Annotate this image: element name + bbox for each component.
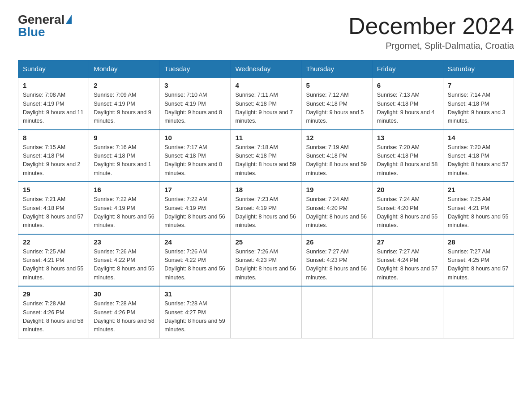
col-sunday: Sunday	[18, 60, 89, 78]
day-number: 9	[94, 134, 155, 141]
calendar-cell: 22 Sunrise: 7:25 AMSunset: 4:21 PMDaylig…	[18, 234, 89, 287]
col-tuesday: Tuesday	[160, 60, 231, 78]
day-number: 18	[235, 186, 296, 193]
logo-blue-text: Blue	[18, 26, 45, 39]
calendar-cell: 18 Sunrise: 7:23 AMSunset: 4:19 PMDaylig…	[231, 182, 301, 234]
day-info: Sunrise: 7:28 AMSunset: 4:27 PMDaylight:…	[164, 300, 225, 333]
col-wednesday: Wednesday	[231, 60, 301, 78]
calendar-cell: 6 Sunrise: 7:13 AMSunset: 4:18 PMDayligh…	[372, 77, 443, 130]
calendar-cell: 21 Sunrise: 7:25 AMSunset: 4:21 PMDaylig…	[443, 182, 514, 234]
calendar-cell: 11 Sunrise: 7:18 AMSunset: 4:18 PMDaylig…	[231, 130, 301, 182]
day-number: 21	[448, 186, 509, 193]
day-number: 11	[235, 134, 296, 141]
day-info: Sunrise: 7:26 AMSunset: 4:22 PMDaylight:…	[94, 248, 154, 281]
day-info: Sunrise: 7:25 AMSunset: 4:21 PMDaylight:…	[448, 196, 509, 228]
day-number: 25	[235, 238, 296, 246]
day-number: 6	[377, 81, 438, 89]
calendar-cell: 1 Sunrise: 7:08 AMSunset: 4:19 PMDayligh…	[18, 77, 89, 130]
day-info: Sunrise: 7:22 AMSunset: 4:19 PMDaylight:…	[164, 196, 225, 228]
day-number: 15	[23, 186, 84, 193]
day-info: Sunrise: 7:27 AMSunset: 4:23 PMDaylight:…	[306, 248, 367, 281]
calendar-cell: 20 Sunrise: 7:24 AMSunset: 4:20 PMDaylig…	[372, 182, 443, 234]
day-number: 2	[94, 81, 155, 89]
calendar-cell: 8 Sunrise: 7:15 AMSunset: 4:18 PMDayligh…	[18, 130, 89, 182]
day-info: Sunrise: 7:08 AMSunset: 4:19 PMDaylight:…	[23, 92, 84, 124]
day-info: Sunrise: 7:27 AMSunset: 4:25 PMDaylight:…	[448, 248, 509, 281]
calendar-cell: 12 Sunrise: 7:19 AMSunset: 4:18 PMDaylig…	[301, 130, 372, 182]
day-info: Sunrise: 7:24 AMSunset: 4:20 PMDaylight:…	[377, 196, 438, 228]
calendar-week-row-1: 1 Sunrise: 7:08 AMSunset: 4:19 PMDayligh…	[18, 77, 514, 130]
title-area: December 2024 Prgomet, Split-Dalmatia, C…	[348, 13, 514, 51]
day-info: Sunrise: 7:09 AMSunset: 4:19 PMDaylight:…	[94, 92, 151, 124]
day-number: 3	[164, 81, 226, 89]
calendar-cell: 24 Sunrise: 7:26 AMSunset: 4:22 PMDaylig…	[160, 234, 231, 287]
calendar-header-row: Sunday Monday Tuesday Wednesday Thursday…	[18, 60, 514, 78]
day-number: 31	[164, 290, 226, 298]
day-info: Sunrise: 7:17 AMSunset: 4:18 PMDaylight:…	[164, 144, 222, 176]
location-subtitle: Prgomet, Split-Dalmatia, Croatia	[348, 41, 514, 51]
calendar-cell: 13 Sunrise: 7:20 AMSunset: 4:18 PMDaylig…	[372, 130, 443, 182]
day-number: 12	[306, 134, 368, 141]
calendar-cell: 16 Sunrise: 7:22 AMSunset: 4:19 PMDaylig…	[89, 182, 160, 234]
day-info: Sunrise: 7:25 AMSunset: 4:21 PMDaylight:…	[23, 248, 84, 281]
calendar-table: Sunday Monday Tuesday Wednesday Thursday…	[18, 60, 514, 338]
calendar-week-row-5: 29 Sunrise: 7:28 AMSunset: 4:26 PMDaylig…	[18, 286, 514, 338]
day-number: 14	[448, 134, 509, 141]
day-info: Sunrise: 7:20 AMSunset: 4:18 PMDaylight:…	[377, 144, 438, 176]
calendar-cell: 29 Sunrise: 7:28 AMSunset: 4:26 PMDaylig…	[18, 286, 89, 338]
calendar-cell: 28 Sunrise: 7:27 AMSunset: 4:25 PMDaylig…	[443, 234, 514, 287]
day-info: Sunrise: 7:28 AMSunset: 4:26 PMDaylight:…	[23, 300, 84, 333]
day-info: Sunrise: 7:20 AMSunset: 4:18 PMDaylight:…	[448, 144, 509, 176]
calendar-week-row-3: 15 Sunrise: 7:21 AMSunset: 4:18 PMDaylig…	[18, 182, 514, 234]
day-number: 7	[448, 81, 509, 89]
calendar-cell	[372, 286, 443, 338]
calendar-cell: 7 Sunrise: 7:14 AMSunset: 4:18 PMDayligh…	[443, 77, 514, 130]
day-info: Sunrise: 7:23 AMSunset: 4:19 PMDaylight:…	[235, 196, 296, 228]
col-friday: Friday	[372, 60, 443, 78]
page-header: General Blue December 2024 Prgomet, Spli…	[18, 13, 514, 51]
day-info: Sunrise: 7:21 AMSunset: 4:18 PMDaylight:…	[23, 196, 84, 228]
calendar-cell: 26 Sunrise: 7:27 AMSunset: 4:23 PMDaylig…	[301, 234, 372, 287]
calendar-cell: 3 Sunrise: 7:10 AMSunset: 4:19 PMDayligh…	[160, 77, 231, 130]
calendar-cell	[443, 286, 514, 338]
day-number: 22	[23, 238, 84, 246]
calendar-cell: 23 Sunrise: 7:26 AMSunset: 4:22 PMDaylig…	[89, 234, 160, 287]
calendar-cell: 30 Sunrise: 7:28 AMSunset: 4:26 PMDaylig…	[89, 286, 160, 338]
day-number: 24	[164, 238, 226, 246]
day-number: 29	[23, 290, 84, 298]
day-number: 30	[94, 290, 155, 298]
calendar-cell: 31 Sunrise: 7:28 AMSunset: 4:27 PMDaylig…	[160, 286, 231, 338]
logo: General Blue	[18, 13, 72, 39]
day-info: Sunrise: 7:26 AMSunset: 4:22 PMDaylight:…	[164, 248, 225, 281]
day-number: 4	[235, 81, 296, 89]
day-number: 19	[306, 186, 368, 193]
calendar-cell: 27 Sunrise: 7:27 AMSunset: 4:24 PMDaylig…	[372, 234, 443, 287]
calendar-cell: 9 Sunrise: 7:16 AMSunset: 4:18 PMDayligh…	[89, 130, 160, 182]
day-info: Sunrise: 7:24 AMSunset: 4:20 PMDaylight:…	[306, 196, 367, 228]
calendar-cell: 14 Sunrise: 7:20 AMSunset: 4:18 PMDaylig…	[443, 130, 514, 182]
day-info: Sunrise: 7:22 AMSunset: 4:19 PMDaylight:…	[94, 196, 154, 228]
calendar-cell	[231, 286, 301, 338]
calendar-cell: 5 Sunrise: 7:12 AMSunset: 4:18 PMDayligh…	[301, 77, 372, 130]
day-info: Sunrise: 7:18 AMSunset: 4:18 PMDaylight:…	[235, 144, 296, 176]
calendar-cell: 4 Sunrise: 7:11 AMSunset: 4:18 PMDayligh…	[231, 77, 301, 130]
day-number: 23	[94, 238, 155, 246]
day-info: Sunrise: 7:16 AMSunset: 4:18 PMDaylight:…	[94, 144, 151, 176]
calendar-week-row-2: 8 Sunrise: 7:15 AMSunset: 4:18 PMDayligh…	[18, 130, 514, 182]
day-info: Sunrise: 7:15 AMSunset: 4:18 PMDaylight:…	[23, 144, 81, 176]
day-info: Sunrise: 7:10 AMSunset: 4:19 PMDaylight:…	[164, 92, 222, 124]
day-number: 1	[23, 81, 84, 89]
col-monday: Monday	[89, 60, 160, 78]
day-info: Sunrise: 7:27 AMSunset: 4:24 PMDaylight:…	[377, 248, 438, 281]
day-number: 26	[306, 238, 368, 246]
day-number: 13	[377, 134, 438, 141]
day-info: Sunrise: 7:26 AMSunset: 4:23 PMDaylight:…	[235, 248, 296, 281]
day-info: Sunrise: 7:12 AMSunset: 4:18 PMDaylight:…	[306, 92, 364, 124]
day-number: 8	[23, 134, 84, 141]
col-thursday: Thursday	[301, 60, 372, 78]
month-year-title: December 2024	[348, 13, 514, 39]
day-number: 16	[94, 186, 155, 193]
day-info: Sunrise: 7:14 AMSunset: 4:18 PMDaylight:…	[448, 92, 506, 124]
col-saturday: Saturday	[443, 60, 514, 78]
day-info: Sunrise: 7:11 AMSunset: 4:18 PMDaylight:…	[235, 92, 293, 124]
